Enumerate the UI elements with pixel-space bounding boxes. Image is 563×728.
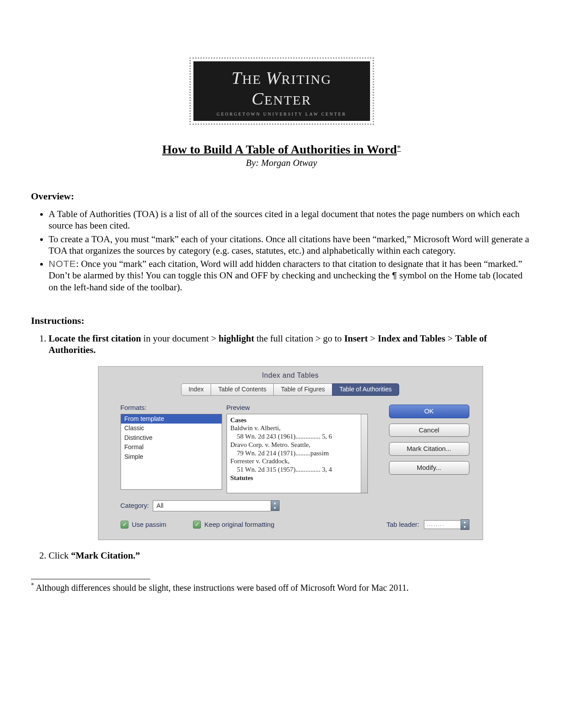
dialog-title: Index and Tables — [98, 367, 483, 383]
footnote-rule — [31, 579, 150, 579]
page-title: How to Build A Table of Authorities in W… — [162, 143, 397, 156]
tab-leader-label: Tab leader: — [386, 521, 419, 529]
tab-leader-select[interactable]: ........ — [424, 520, 461, 529]
ok-button[interactable]: OK — [389, 405, 469, 418]
format-option[interactable]: Simple — [121, 452, 222, 462]
instruction-step: Locate the first citation in your docume… — [49, 333, 532, 540]
instructions-heading: Instructions: — [31, 315, 532, 326]
footnote-mark: * — [31, 582, 34, 589]
tab-index[interactable]: Index — [181, 383, 211, 396]
byline: By: Morgan Otway — [31, 158, 532, 169]
logo-letter: W — [266, 68, 281, 88]
preview-label: Preview — [227, 404, 368, 412]
logo-subtitle: GEORGETOWN UNIVERSITY LAW CENTER — [207, 112, 357, 116]
format-option[interactable]: Distinctive — [121, 433, 222, 443]
category-stepper[interactable]: ▲▼ — [271, 500, 280, 511]
check-icon: ✓ — [193, 521, 201, 529]
mark-citation-button[interactable]: Mark Citation... — [389, 442, 469, 456]
use-passim-checkbox[interactable]: ✓ Use passim — [121, 521, 166, 529]
logo-letter: C — [252, 89, 264, 109]
formats-listbox[interactable]: From template Classic Distinctive Formal… — [121, 414, 222, 490]
instruction-step: Click “Mark Citation.” — [49, 550, 532, 561]
overview-item: NOTE: Once you “mark” each citation, Wor… — [49, 258, 532, 293]
check-icon: ✓ — [121, 521, 128, 529]
footnote: * Although differences should be slight,… — [31, 582, 532, 593]
scrollbar[interactable] — [361, 414, 367, 493]
tab-toa[interactable]: Table of Authorities — [332, 383, 399, 396]
format-option[interactable]: Formal — [121, 443, 222, 452]
note-label: NOTE — [49, 259, 76, 269]
formats-label: Formats: — [121, 404, 222, 412]
dialog-tabs: IndexTable of ContentsTable of FiguresTa… — [98, 383, 483, 400]
format-option[interactable]: From template — [121, 414, 222, 424]
footnote-ref: * — [397, 144, 401, 153]
instructions-list: Locate the first citation in your docume… — [49, 333, 532, 562]
tab-toc[interactable]: Table of Contents — [211, 383, 274, 396]
tab-tof[interactable]: Table of Figures — [273, 383, 333, 396]
index-and-tables-dialog: Index and Tables IndexTable of ContentsT… — [98, 366, 483, 540]
cancel-button[interactable]: Cancel — [389, 424, 469, 437]
category-select[interactable]: All — [153, 500, 271, 512]
preview-pane: Cases Baldwin v. Alberti, 58 Wn. 2d 243 … — [227, 414, 368, 493]
pilcrow-icon: ¶ — [392, 270, 397, 280]
overview-heading: Overview: — [31, 191, 532, 202]
format-option[interactable]: Classic — [121, 424, 222, 433]
keep-formatting-checkbox[interactable]: ✓ Keep original formatting — [193, 521, 274, 529]
overview-item: To create a TOA, you must “mark” each of… — [49, 233, 532, 257]
category-label: Category: — [121, 502, 149, 510]
tab-leader-stepper[interactable]: ▲▼ — [461, 519, 469, 530]
overview-item: A Table of Authorities (TOA) is a list o… — [49, 208, 532, 232]
modify-button[interactable]: Modify... — [389, 461, 469, 475]
logo-letter: T — [231, 68, 242, 88]
overview-list: A Table of Authorities (TOA) is a list o… — [49, 208, 532, 293]
logo-banner: THE WRITING CENTER GEORGETOWN UNIVERSITY… — [31, 57, 532, 125]
